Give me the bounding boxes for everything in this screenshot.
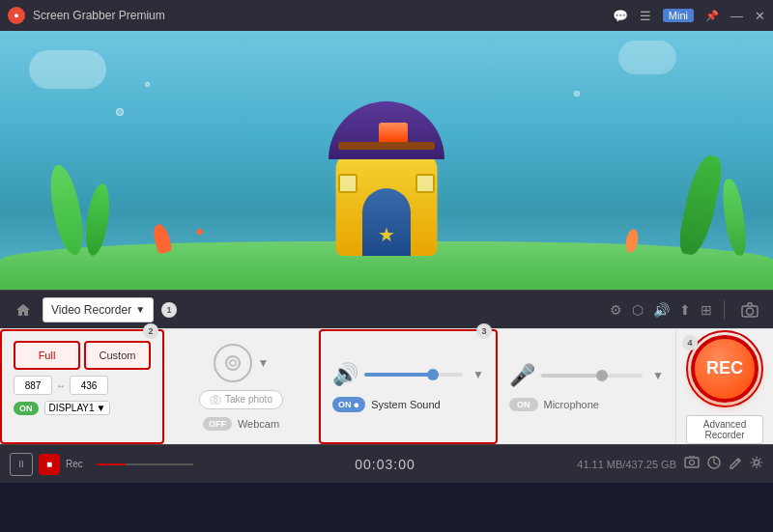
bottom-bar: ⏸ ■ Rec 00:03:00 41.11 MB/437.25 GB — [0, 444, 773, 483]
controls-panel: 2 Full Custom ↔ ON DISPLAY1 ▼ ▼ Tak — [0, 328, 773, 444]
webcam-toggle[interactable]: OFF — [203, 417, 232, 431]
section-3-badge: 3 — [476, 323, 492, 339]
settings-icon[interactable]: ⚙ — [610, 302, 622, 318]
speaker-icon: 🔊 — [332, 362, 358, 387]
webcam-preview — [214, 344, 252, 382]
chat-icon[interactable]: 💬 — [613, 9, 628, 23]
svg-rect-6 — [685, 458, 699, 467]
webcam-label: Webcam — [238, 418, 279, 430]
rec-indicator: Rec — [66, 459, 83, 469]
dropdown-arrow: ▼ — [135, 304, 145, 315]
take-photo-label: Take photo — [225, 394, 272, 405]
app-icon: ● — [8, 7, 25, 24]
rec-button-wrapper: REC — [686, 330, 763, 407]
rec-section: 4 REC Advanced Recorder — [676, 329, 773, 444]
audio-icon[interactable]: 🔊 — [653, 302, 670, 318]
section-2-badge: 2 — [143, 323, 158, 339]
mic-icon-row: 🎤 ▼ — [509, 363, 664, 388]
home-button[interactable] — [10, 296, 37, 323]
advanced-recorder-button[interactable]: Advanced Recorder — [686, 415, 763, 444]
custom-area-button[interactable]: Custom — [84, 341, 151, 370]
height-input[interactable] — [70, 376, 108, 395]
mic-toggle[interactable]: ON — [509, 398, 538, 411]
section-4-badge: 4 — [682, 335, 698, 350]
mic-chevron[interactable]: ▼ — [652, 369, 664, 382]
svg-point-7 — [690, 461, 695, 465]
capture-buttons: Full Custom — [14, 341, 151, 370]
grid-icon[interactable]: ⊞ — [701, 302, 712, 318]
pause-button[interactable]: ⏸ — [10, 453, 33, 476]
sound-chevron[interactable]: ▼ — [472, 368, 484, 381]
svg-point-9 — [755, 461, 759, 465]
upload-icon[interactable]: ⬆ — [679, 302, 691, 318]
mini-button[interactable]: Mini — [663, 9, 694, 22]
mic-icon: 🎤 — [509, 363, 535, 388]
title-bar: ● Screen Grabber Premium 💬 ☰ Mini 📌 — ✕ — [0, 0, 773, 31]
capture-area-section: 2 Full Custom ↔ ON DISPLAY1 ▼ — [0, 329, 164, 444]
storage-display: 41.11 MB/437.25 GB — [577, 459, 676, 470]
webcam-chevron[interactable]: ▼ — [258, 356, 270, 370]
recorder-label: Video Recorder — [51, 303, 131, 317]
camera-button[interactable] — [736, 296, 763, 323]
mic-volume-slider[interactable] — [541, 374, 643, 378]
edit-icon[interactable] — [729, 456, 742, 472]
preview-area: ★ ✦ — [0, 31, 773, 290]
sound-icon-row: 🔊 ▼ — [332, 362, 484, 387]
stop-button[interactable]: ■ — [39, 454, 60, 475]
stop-icon: ■ — [46, 459, 52, 469]
sound-toggle-row: ON ● System Sound — [332, 397, 484, 412]
bottom-action-icons — [684, 456, 763, 472]
bubble — [116, 108, 124, 116]
playback-controls: ⏸ ■ Rec — [10, 453, 83, 476]
system-sound-label: System Sound — [371, 399, 441, 410]
take-photo-button[interactable]: Take photo — [199, 390, 283, 409]
mic-label: Microphone — [544, 399, 599, 410]
recorder-dropdown[interactable]: Video Recorder ▼ — [43, 297, 154, 322]
svg-point-5 — [214, 398, 217, 402]
full-screen-button[interactable]: Full — [14, 341, 80, 370]
bubble — [145, 82, 150, 87]
cloud — [618, 41, 676, 74]
svg-point-1 — [747, 308, 754, 315]
section-1-badge: 1 — [161, 302, 177, 318]
menu-icon[interactable]: ☰ — [640, 9, 651, 23]
config-icon[interactable] — [750, 456, 763, 472]
pin-icon[interactable]: 📌 — [705, 10, 719, 22]
mic-toggle-row: ON Microphone — [509, 398, 664, 411]
main-toolbar: Video Recorder ▼ 1 ⚙ ⬡ 🔊 ⬆ ⊞ — [0, 290, 773, 328]
shark-house: ★ — [324, 111, 449, 256]
cloud — [29, 50, 106, 89]
screenshot-icon[interactable] — [684, 456, 700, 472]
system-sound-section: 3 🔊 ▼ ON ● System Sound — [319, 329, 498, 444]
system-sound-toggle[interactable]: ON ● — [332, 397, 365, 412]
time-display: 00:03:00 — [201, 457, 569, 472]
pause-icon: ⏸ — [16, 459, 26, 469]
display-selector[interactable]: DISPLAY1 ▼ — [44, 401, 111, 415]
webcam-section: ▼ Take photo OFF Webcam — [164, 329, 319, 444]
svg-point-2 — [226, 356, 240, 370]
close-button[interactable]: ✕ — [755, 9, 765, 23]
width-input[interactable] — [14, 376, 52, 395]
minimize-button[interactable]: — — [730, 9, 743, 23]
sound-volume-slider[interactable] — [364, 373, 463, 377]
display-toggle[interactable]: ON — [14, 402, 39, 415]
display-row: ON DISPLAY1 ▼ — [14, 401, 151, 415]
toolbar-action-icons: ⚙ ⬡ 🔊 ⬆ ⊞ — [610, 302, 712, 318]
export-icon[interactable]: ⬡ — [632, 302, 644, 318]
webcam-toggle-row: OFF Webcam — [203, 417, 279, 431]
microphone-section: 🎤 ▼ ON Microphone — [498, 329, 676, 444]
svg-point-3 — [230, 360, 236, 366]
bubble — [574, 91, 580, 97]
rec-button[interactable]: REC — [691, 335, 759, 403]
timeline-progress[interactable] — [97, 463, 193, 465]
webcam-icon-row: ▼ — [214, 344, 270, 382]
app-name: Screen Grabber Premium — [33, 9, 605, 22]
starfish: ✦ — [193, 223, 206, 241]
history-icon[interactable] — [707, 456, 721, 472]
window-controls: 💬 ☰ Mini 📌 — ✕ — [613, 9, 765, 23]
dimensions-row: ↔ — [14, 376, 151, 395]
link-icon: ↔ — [56, 380, 66, 391]
